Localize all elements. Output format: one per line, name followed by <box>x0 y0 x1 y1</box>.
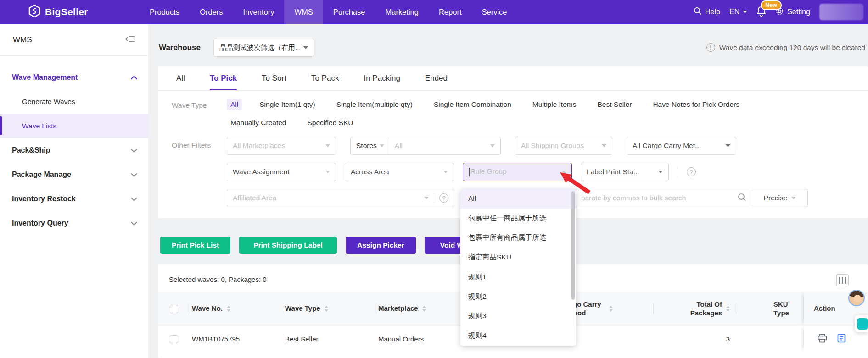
tab-all[interactable]: All <box>176 66 185 90</box>
pick-list-document-icon[interactable] <box>837 334 846 344</box>
search-icon <box>694 7 702 17</box>
sidebar-item-wave-management[interactable]: Wave Management <box>0 65 148 89</box>
sort-icon[interactable] <box>726 306 730 312</box>
stores-value-segment[interactable]: All <box>389 137 500 154</box>
nav-item-wms[interactable]: WMS <box>284 0 323 24</box>
sidebar-item-label: Wave Lists <box>22 122 56 130</box>
text-cursor <box>469 168 470 176</box>
precise-mode-select[interactable]: Precise <box>752 189 807 207</box>
tab-to-pick[interactable]: To Pick <box>210 66 237 90</box>
help-button[interactable]: Help <box>694 7 720 17</box>
wave-type-single-multi-qty[interactable]: Single Item(multiple qty) <box>333 99 416 110</box>
assign-picker-button[interactable]: Assign Picker <box>346 237 416 254</box>
sidebar-item-wave-lists[interactable]: Wave Lists <box>0 114 148 138</box>
stores-select[interactable]: Stores All <box>350 137 501 155</box>
header-label: Wave Type <box>285 304 320 313</box>
marketplaces-select[interactable]: All Marketplaces <box>227 137 336 155</box>
brand-logo[interactable]: BigSeller <box>28 0 88 24</box>
stores-type-segment[interactable]: Stores <box>351 137 389 154</box>
nav-item-orders[interactable]: Orders <box>190 0 233 24</box>
rule-group-select[interactable]: Rule Group <box>463 163 572 181</box>
sidebar-item-inventory-query[interactable]: Inventory Query <box>0 211 148 235</box>
rule-group-option-rule1[interactable]: 规则1 <box>460 267 576 287</box>
nav-item-marketing[interactable]: Marketing <box>375 0 428 24</box>
wave-type-specified-sku[interactable]: Specified SKU <box>303 117 357 129</box>
wave-assignment-select[interactable]: Wave Assignment <box>227 163 336 181</box>
sort-icon[interactable] <box>422 306 426 312</box>
across-area-value: Across Area <box>351 168 389 176</box>
row-checkbox-cell <box>158 326 190 352</box>
rule-group-option-rule3[interactable]: 规则3 <box>460 307 576 326</box>
collapse-sidebar-icon[interactable] <box>125 35 135 45</box>
cell-wave-no: WM1BT075795 <box>190 326 283 352</box>
language-selector[interactable]: EN <box>729 8 747 16</box>
tab-to-pack[interactable]: To Pack <box>311 66 339 90</box>
nav-item-products[interactable]: Products <box>140 0 190 24</box>
sidebar-item-inventory-restock[interactable]: Inventory Restock <box>0 187 148 211</box>
print-shipping-label-button[interactable]: Print Shipping Label <box>239 237 337 254</box>
print-icon[interactable] <box>818 334 827 344</box>
tab-to-sort[interactable]: To Sort <box>262 66 286 90</box>
marketplaces-placeholder: All Marketplaces <box>233 142 285 150</box>
sidebar-item-label: Inventory Restock <box>12 195 76 203</box>
chevron-down-icon <box>131 170 137 176</box>
column-settings-button[interactable] <box>836 274 849 286</box>
header-total-of-packages[interactable]: Total Of Packages <box>654 292 736 326</box>
sort-icon[interactable] <box>325 306 328 312</box>
tab-ended[interactable]: Ended <box>425 66 448 90</box>
rule-group-option-rule2[interactable]: 规则2 <box>460 287 576 307</box>
sort-icon[interactable] <box>609 306 613 312</box>
rule-group-option-specified-sku[interactable]: 指定商品SKU <box>460 248 576 267</box>
status-tabs: All To Pick To Sort To Pack In Packing E… <box>158 66 868 91</box>
chevron-down-icon <box>791 197 796 199</box>
header-wave-type[interactable]: Wave Type <box>283 292 376 326</box>
wave-type-all[interactable]: All <box>227 99 242 110</box>
row-checkbox[interactable] <box>170 335 178 343</box>
across-area-select[interactable]: Across Area <box>345 163 454 181</box>
bulk-action-buttons: Print Pick List Print Shipping Label Ass… <box>160 237 495 254</box>
sidebar: WMS Wave Management Generate Waves Wave … <box>0 24 148 358</box>
support-avatar[interactable] <box>848 290 865 306</box>
wave-type-single-combination[interactable]: Single Item Combination <box>430 99 515 110</box>
warehouse-select[interactable]: 晶晶测试波次筛选（在用... <box>213 39 314 57</box>
help-question-icon[interactable]: ? <box>687 167 696 176</box>
wave-type-best-seller[interactable]: Best Seller <box>594 99 635 110</box>
rule-group-option-rule4[interactable]: 规则4 <box>460 326 576 346</box>
nav-item-inventory[interactable]: Inventory <box>233 0 285 24</box>
sidebar-item-package-manage[interactable]: Package Manage <box>0 162 148 187</box>
header-sku-type[interactable]: SKU Type <box>736 292 804 326</box>
tab-in-packing[interactable]: In Packing <box>364 66 400 90</box>
precise-label: Precise <box>764 194 788 202</box>
nav-item-report[interactable]: Report <box>429 0 472 24</box>
select-all-checkbox[interactable] <box>170 305 178 313</box>
label-print-value: Label Print Sta... <box>587 168 639 176</box>
cargo-carry-select[interactable]: All Cargo Carry Met... <box>627 137 736 155</box>
help-question-icon[interactable]: ? <box>439 193 448 203</box>
print-pick-list-button[interactable]: Print Pick List <box>160 237 230 254</box>
header-wave-no[interactable]: Wave No. <box>190 292 283 326</box>
affiliated-area-select[interactable]: Affiliated Area ? <box>227 189 454 207</box>
sidebar-item-generate-waves[interactable]: Generate Waves <box>0 89 148 114</box>
dropdown-scrollbar[interactable] <box>571 191 575 300</box>
search-icon[interactable] <box>738 193 746 204</box>
shipping-groups-select[interactable]: All Shipping Groups <box>515 137 612 155</box>
sidebar-title: WMS <box>13 35 32 44</box>
wave-type-have-notes[interactable]: Have Notes for Pick Orders <box>649 99 743 110</box>
chevron-down-icon <box>131 146 137 152</box>
rule-group-option-any-item[interactable]: 包裹中任一商品属于所选 <box>460 209 576 228</box>
wave-type-multiple-items[interactable]: Multiple Items <box>529 99 580 110</box>
nav-item-service[interactable]: Service <box>471 0 517 24</box>
notifications-button[interactable]: New <box>756 6 766 18</box>
header-marketplace[interactable]: Marketplace <box>376 292 469 326</box>
wave-type-single-1qty[interactable]: Single Item(1 qty) <box>256 99 319 110</box>
nav-item-purchase[interactable]: Purchase <box>323 0 375 24</box>
rule-group-option-all-items[interactable]: 包裹中所有商品属于所选 <box>460 228 576 248</box>
sidebar-item-label: Package Manage <box>12 171 71 179</box>
user-account-blurred[interactable] <box>819 4 863 20</box>
wave-type-manually-created[interactable]: Manually Created <box>227 117 290 129</box>
cell-wave-type: Best Seller <box>283 326 376 352</box>
label-print-status-select[interactable]: Label Print Sta... <box>581 163 669 181</box>
chat-widget-icon[interactable] <box>857 318 868 330</box>
sort-icon[interactable] <box>227 306 230 312</box>
sidebar-item-pack-ship[interactable]: Pack&Ship <box>0 138 148 162</box>
